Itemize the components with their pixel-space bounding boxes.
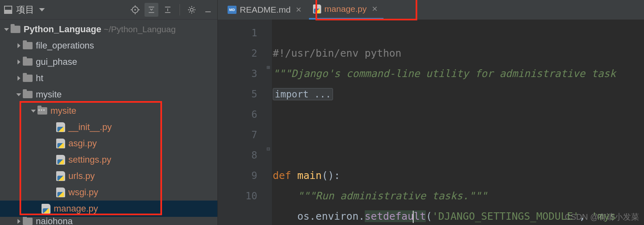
tree-label: manage.py: [54, 203, 98, 214]
svg-point-11: [190, 8, 193, 11]
tree-label: mysite: [36, 89, 62, 100]
code-method: lt: [414, 210, 426, 222]
editor-tabs: README.md ✕ manage.py ✕: [218, 0, 644, 20]
tree-label: wsgi.py: [68, 187, 98, 198]
project-title[interactable]: 项目: [16, 4, 34, 16]
chevron-right-icon[interactable]: [15, 217, 23, 225]
tree-row[interactable]: ht: [0, 70, 217, 86]
separator: [180, 4, 180, 15]
line-number: 1: [218, 23, 257, 43]
line-number: 5: [218, 84, 257, 104]
fold-collapse-icon[interactable]: ⊟: [265, 145, 272, 152]
expand-icon[interactable]: [161, 3, 175, 17]
code-content[interactable]: #!/usr/bin/env python """Django's comman…: [272, 20, 644, 225]
code-function: main: [297, 170, 322, 181]
code-docstring: """Run administrative tasks.""": [297, 190, 487, 202]
code-comment: #!/usr/bin/env python: [273, 47, 401, 59]
python-file-icon: [56, 139, 65, 148]
tree-label: Python_Language: [24, 24, 101, 35]
tree-label: settings.py: [68, 154, 111, 165]
tree-label: file_operations: [36, 40, 94, 51]
chevron-right-icon[interactable]: [15, 74, 23, 82]
tree-row-root[interactable]: Python_Language ~/Python_Languag: [0, 21, 217, 38]
chevron-right-icon[interactable]: [15, 58, 23, 66]
tree-row[interactable]: asgi.py: [0, 135, 217, 152]
watermark: CSDN @有请小发菜: [565, 212, 639, 223]
tree-row[interactable]: naiohona: [0, 217, 217, 225]
python-file-icon: [56, 155, 65, 165]
tree-label: __init__.py: [68, 122, 112, 132]
tree-label: asgi.py: [68, 138, 97, 149]
line-number: 8: [218, 145, 257, 165]
line-number: 10: [218, 186, 257, 206]
tree-label: gui_phase: [36, 57, 77, 67]
tree-row[interactable]: settings.py: [0, 152, 217, 168]
folder-icon: [23, 75, 33, 82]
line-number: 2: [218, 43, 257, 64]
chevron-down-icon[interactable]: [39, 8, 45, 11]
file-tree[interactable]: Python_Language ~/Python_Languag file_op…: [0, 20, 217, 225]
tree-path-hint: ~/Python_Languag: [104, 24, 176, 34]
chevron-right-icon[interactable]: [15, 42, 23, 50]
python-file-icon: [56, 122, 65, 132]
folder-icon: [23, 218, 33, 225]
project-panel: 项目 Python_Language ~/Python_Languag: [0, 0, 218, 225]
tab-readme[interactable]: README.md ✕: [223, 0, 307, 20]
folder-icon: [23, 91, 33, 98]
tree-label: ht: [36, 73, 43, 84]
python-file-icon: [313, 4, 321, 13]
tree-row[interactable]: __init__.py: [0, 119, 217, 135]
tree-label: naiohona: [36, 217, 73, 225]
tree-row[interactable]: wsgi.py: [0, 184, 217, 201]
line-number: 7: [218, 125, 257, 145]
python-file-icon: [42, 204, 50, 214]
close-icon[interactable]: ✕: [372, 4, 378, 13]
code-text: (: [426, 210, 432, 222]
folder-icon: [11, 26, 20, 33]
line-number: 6: [218, 104, 257, 125]
fold-expand-icon[interactable]: ⊞: [265, 64, 272, 71]
fold-column[interactable]: ⊞ ⊟: [265, 20, 272, 225]
tree-row[interactable]: mysite: [0, 103, 217, 119]
code-keyword: def: [273, 170, 291, 181]
project-panel-header: 项目: [0, 0, 217, 20]
code-method: setdefau: [365, 210, 414, 222]
tree-row[interactable]: urls.py: [0, 168, 217, 184]
markdown-file-icon: [228, 6, 237, 14]
code-text: ():: [322, 170, 340, 181]
folder-icon: [23, 42, 33, 49]
gear-icon[interactable]: [185, 3, 199, 17]
target-icon[interactable]: [128, 3, 142, 17]
code-string: 'DJANGO_SETTINGS_MODULE': [432, 210, 579, 222]
editor-area: README.md ✕ manage.py ✕ 1 2 3 5 6 7 8 9 …: [218, 0, 644, 225]
folded-region[interactable]: import ...: [273, 88, 333, 100]
tree-row[interactable]: file_operations: [0, 38, 217, 54]
tab-manage-py[interactable]: manage.py ✕: [309, 0, 383, 20]
code-text: os.environ.: [297, 210, 365, 222]
chevron-down-icon[interactable]: [29, 107, 37, 115]
collapse-icon[interactable]: [145, 3, 158, 17]
project-icon: [4, 6, 12, 14]
line-gutter: 1 2 3 5 6 7 8 9 10: [218, 20, 265, 225]
code-editor[interactable]: 1 2 3 5 6 7 8 9 10 ⊞ ⊟ #!/usr/bin/env py…: [218, 20, 644, 225]
chevron-down-icon[interactable]: [15, 90, 23, 99]
python-file-icon: [56, 171, 65, 181]
tab-label: README.md: [240, 5, 291, 15]
line-number: 9: [218, 165, 257, 186]
tree-label: mysite: [50, 106, 77, 116]
close-icon[interactable]: ✕: [296, 5, 302, 14]
tree-row[interactable]: gui_phase: [0, 54, 217, 70]
tree-row-selected[interactable]: manage.py: [0, 201, 217, 217]
tree-label: urls.py: [68, 171, 95, 181]
folder-icon: [23, 58, 33, 66]
tab-label: manage.py: [324, 4, 367, 14]
python-file-icon: [56, 188, 65, 197]
minimize-icon[interactable]: [201, 3, 215, 17]
package-folder-icon: [37, 107, 47, 115]
code-docstring: """Django's command-line utility for adm…: [273, 68, 616, 79]
svg-point-1: [134, 9, 136, 11]
line-number: 3: [218, 64, 257, 84]
tree-row[interactable]: mysite: [0, 86, 217, 103]
chevron-down-icon[interactable]: [2, 25, 11, 33]
